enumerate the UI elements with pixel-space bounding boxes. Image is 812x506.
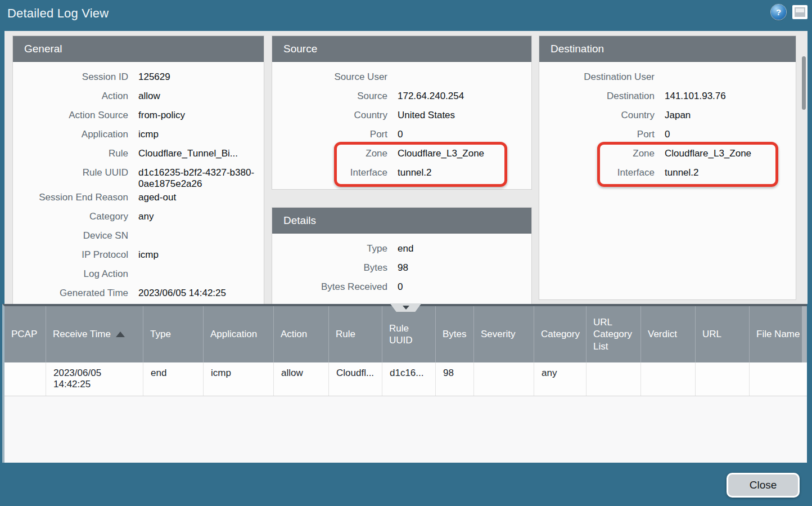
window-icon[interactable] <box>792 5 808 19</box>
general-panel-title: General <box>13 36 264 62</box>
field-ip-protocol: IP Protocolicmp <box>13 247 264 266</box>
log-table-header: PCAP Receive Time Type Application Actio… <box>4 306 807 362</box>
cell-type: end <box>143 362 204 396</box>
source-panel: Source Source User Source172.64.240.254 … <box>272 35 532 190</box>
field-session-end-reason: Session End Reasonaged-out <box>13 189 264 208</box>
cell-pcap <box>4 362 46 396</box>
column-header-rule-uuid[interactable]: Rule UUID <box>382 306 436 362</box>
cell-rule: Cloudfl... <box>329 362 382 396</box>
column-header-bytes[interactable]: Bytes <box>436 306 474 362</box>
destination-panel-title: Destination <box>539 36 796 62</box>
close-button[interactable]: Close <box>727 473 800 498</box>
log-table: PCAP Receive Time Type Application Actio… <box>2 304 807 463</box>
table-row[interactable]: 2023/06/05 14:42:25 end icmp allow Cloud… <box>4 362 807 396</box>
chevron-down-icon <box>403 306 409 310</box>
column-header-action[interactable]: Action <box>274 306 329 362</box>
help-icon[interactable]: ? <box>771 5 786 20</box>
dialog-titlebar: Detailed Log View ? <box>0 0 812 31</box>
column-header-url-category-list[interactable]: URL Category List <box>587 306 641 362</box>
field-source-port: Port0 <box>272 126 531 145</box>
field-source-country: CountryUnited States <box>272 107 531 126</box>
cell-url-category-list <box>587 362 641 396</box>
cell-bytes: 98 <box>436 362 474 396</box>
table-scrollbar-track[interactable] <box>802 306 807 362</box>
column-header-severity[interactable]: Severity <box>474 306 534 362</box>
cell-receive-time: 2023/06/05 14:42:25 <box>46 362 143 396</box>
field-source: Source172.64.240.254 <box>272 88 531 107</box>
field-session-id: Session ID125629 <box>13 69 264 88</box>
field-source-user: Source User <box>272 69 531 88</box>
column-header-file-name[interactable]: File Name <box>750 306 807 362</box>
column-header-url[interactable]: URL <box>696 306 750 362</box>
field-category: Categoryany <box>13 208 264 227</box>
cell-severity <box>474 362 534 396</box>
field-destination-zone: ZoneCloudflare_L3_Zone <box>539 145 796 164</box>
field-source-interface: Interfacetunnel.2 <box>272 164 531 183</box>
cell-url <box>696 362 750 396</box>
column-header-application[interactable]: Application <box>204 306 274 362</box>
field-destination-country: CountryJapan <box>539 107 796 126</box>
details-panel: Details Typeend Bytes98 Bytes Received0 <box>272 207 532 304</box>
field-action-source: Action Sourcefrom-policy <box>13 107 264 126</box>
source-panel-title: Source <box>272 36 531 62</box>
cell-rule-uuid: d1c16... <box>382 362 436 396</box>
cell-file-name <box>750 362 807 396</box>
field-destination-interface: Interfacetunnel.2 <box>539 164 796 183</box>
field-destination-user: Destination User <box>539 69 796 88</box>
field-rule-uuid: Rule UUIDd1c16235-b2f2-4327-b380-0ae1875… <box>13 164 264 189</box>
cell-verdict <box>641 362 696 396</box>
panels-scrollbar-thumb[interactable] <box>802 56 806 110</box>
general-panel: General Session ID125629 Actionallow Act… <box>12 35 264 304</box>
field-rule: RuleCloudflare_Tunnel_Bi... <box>13 145 264 164</box>
field-device-sn: Device SN <box>13 227 264 247</box>
column-header-pcap[interactable]: PCAP <box>4 306 46 362</box>
details-panel-title: Details <box>272 208 531 234</box>
field-log-action: Log Action <box>13 266 264 285</box>
column-header-type[interactable]: Type <box>143 306 204 362</box>
page-title: Detailed Log View <box>7 6 109 21</box>
window-icon-glyph <box>795 7 805 17</box>
cell-action: allow <box>274 362 329 396</box>
column-header-receive-time[interactable]: Receive Time <box>46 306 143 362</box>
column-header-rule[interactable]: Rule <box>329 306 382 362</box>
log-detail-panels: General Session ID125629 Actionallow Act… <box>4 31 808 304</box>
sort-ascending-icon <box>116 332 125 337</box>
field-bytes: Bytes98 <box>272 259 531 279</box>
field-destination: Destination141.101.93.76 <box>539 88 796 107</box>
field-generated-time: Generated Time2023/06/05 14:42:25 <box>13 285 264 304</box>
field-application: Applicationicmp <box>13 126 264 145</box>
cell-application: icmp <box>204 362 274 396</box>
field-source-zone: ZoneCloudflare_L3_Zone <box>272 145 531 164</box>
cell-category: any <box>534 362 587 396</box>
field-action: Actionallow <box>13 88 264 107</box>
column-header-category[interactable]: Category <box>534 306 587 362</box>
field-bytes-received: Bytes Received0 <box>272 279 531 298</box>
destination-panel: Destination Destination User Destination… <box>539 35 796 300</box>
column-header-verdict[interactable]: Verdict <box>641 306 696 362</box>
field-type: Typeend <box>272 240 531 259</box>
field-destination-port: Port0 <box>539 126 796 145</box>
